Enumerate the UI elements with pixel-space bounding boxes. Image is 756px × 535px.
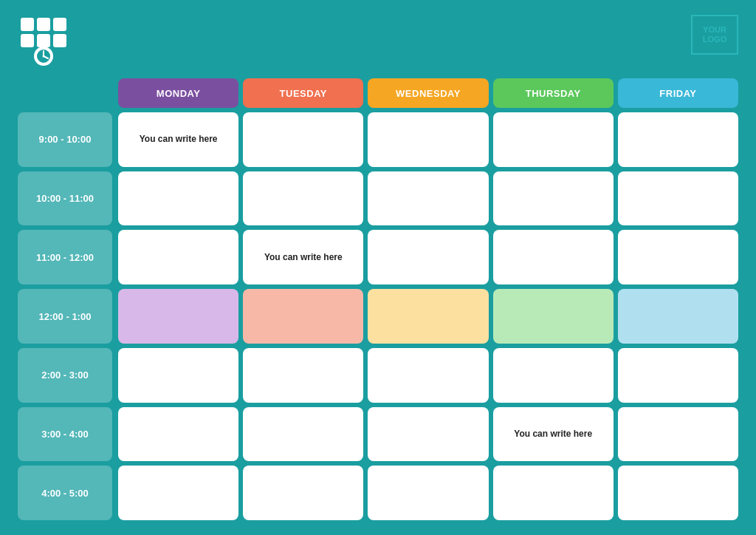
cell-friday-0[interactable] [618,112,738,167]
cell-friday-6[interactable] [618,466,738,520]
cell-tuesday-0[interactable] [243,112,363,167]
cell-friday-2[interactable] [618,230,738,284]
cell-monday-1[interactable] [118,171,238,226]
cell-thursday-1[interactable] [493,171,614,226]
cell-friday-4[interactable] [618,348,738,403]
cell-wednesday-0[interactable] [368,112,488,167]
cell-tuesday-6[interactable] [243,466,363,520]
cell-tuesday-1[interactable] [243,171,363,226]
svg-rect-0 [21,18,34,31]
svg-rect-2 [53,18,66,31]
svg-rect-1 [37,18,50,31]
cell-wednesday-5[interactable] [368,407,488,462]
cell-monday-6[interactable] [118,466,238,520]
time-slot: 4:00 - 5:00 [18,466,112,520]
day-header-wednesday: WEDNESDAY [368,78,488,108]
cell-thursday-2[interactable] [493,230,614,284]
cell-wednesday-3[interactable] [368,289,488,344]
cell-monday-3[interactable] [118,289,238,344]
day-column-tuesday: TUESDAYYou can write here [243,78,363,520]
day-header-monday: MONDAY [118,78,238,108]
cell-friday-1[interactable] [618,171,738,226]
header: YOURLOGO [18,15,738,67]
cell-tuesday-4[interactable] [243,348,363,403]
cell-wednesday-4[interactable] [368,348,488,403]
time-column: 9:00 - 10:0010:00 - 11:0011:00 - 12:0012… [18,78,112,520]
time-slot: 11:00 - 12:00 [18,230,112,284]
days-grid: MONDAYYou can write hereTUESDAYYou can w… [118,78,738,520]
app-icon [18,15,69,67]
cell-tuesday-3[interactable] [243,289,363,344]
time-slot: 10:00 - 11:00 [18,171,112,226]
logo-placeholder: YOURLOGO [691,15,738,55]
cell-monday-5[interactable] [118,407,238,462]
cell-monday-4[interactable] [118,348,238,403]
cell-thursday-0[interactable] [493,112,614,167]
cell-monday-2[interactable] [118,230,238,284]
time-slot: 2:00 - 3:00 [18,348,112,403]
day-header-tuesday: TUESDAY [243,78,363,108]
cell-thursday-3[interactable] [493,289,614,344]
day-header-thursday: THURSDAY [493,78,614,108]
cell-wednesday-2[interactable] [368,230,488,284]
cell-monday-0[interactable]: You can write here [118,112,238,167]
cell-friday-3[interactable] [618,289,738,344]
svg-rect-4 [37,34,50,47]
cell-thursday-6[interactable] [493,466,614,520]
time-slot: 9:00 - 10:00 [18,112,112,167]
cell-wednesday-6[interactable] [368,466,488,520]
cell-tuesday-2[interactable]: You can write here [243,230,363,284]
cell-thursday-5[interactable]: You can write here [493,407,614,462]
svg-point-11 [43,55,45,58]
time-slot: 3:00 - 4:00 [18,407,112,462]
day-column-friday: FRIDAY [618,78,738,520]
cell-tuesday-5[interactable] [243,407,363,462]
day-column-thursday: THURSDAYYou can write here [493,78,614,520]
cell-wednesday-1[interactable] [368,171,488,226]
day-column-monday: MONDAYYou can write here [118,78,238,520]
svg-rect-3 [21,34,34,47]
day-column-wednesday: WEDNESDAY [368,78,488,520]
cell-thursday-4[interactable] [493,348,614,403]
time-slot: 12:00 - 1:00 [18,289,112,344]
schedule-container: 9:00 - 10:0010:00 - 11:0011:00 - 12:0012… [18,78,738,520]
day-header-friday: FRIDAY [618,78,738,108]
svg-rect-5 [53,34,66,47]
cell-friday-5[interactable] [618,407,738,462]
